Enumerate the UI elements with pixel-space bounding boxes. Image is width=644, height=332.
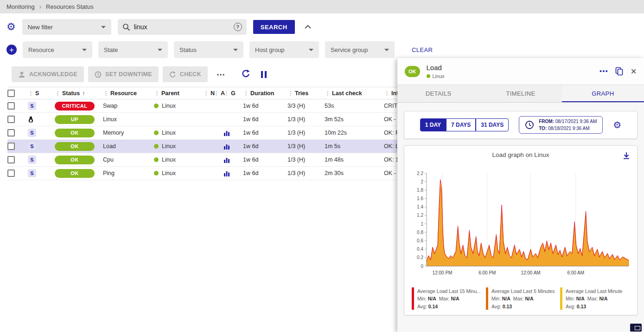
breadcrumb-resources-status[interactable]: Resources Status	[46, 3, 94, 10]
graph-legend: Average Load Last 15 Minu... Min: N/A Ma…	[407, 286, 634, 311]
parent-name[interactable]: Linux	[162, 130, 176, 136]
collapse-filters-chevron-icon[interactable]	[304, 25, 312, 29]
load-graph[interactable]: 12:00 PM6:00 PM12:00 AM6:00 AM00.20.40.6…	[407, 167, 633, 284]
clear-filters-link[interactable]: CLEAR	[412, 46, 433, 53]
acknowledge-button[interactable]: ACKNOWLEDGE	[12, 66, 84, 82]
svg-text:1.4: 1.4	[417, 204, 423, 209]
host-group-filter-label: Host group	[255, 46, 285, 53]
column-drag-icon[interactable]: ⋮	[213, 90, 219, 97]
parent-name[interactable]: Linux	[162, 103, 176, 109]
sort-ascending-icon[interactable]: ↑	[82, 90, 85, 97]
status-badge: OK	[55, 142, 95, 151]
check-label: CHECK	[180, 71, 201, 78]
row-checkbox[interactable]	[7, 156, 15, 163]
search-button[interactable]: SEARCH	[253, 20, 295, 34]
resource-name[interactable]: Load	[103, 143, 154, 150]
column-drag-icon[interactable]: ⋮	[103, 90, 109, 97]
resource-name[interactable]: Linux	[103, 116, 154, 123]
column-header-tries[interactable]: Tries	[295, 90, 308, 97]
tab-details[interactable]: DETAILS	[397, 85, 479, 102]
tab-timeline[interactable]: TIMELINE	[479, 85, 561, 102]
legend-item[interactable]: Average Load Last Minute Min: N/A Max: N…	[560, 287, 630, 310]
column-header-status[interactable]: Status	[62, 90, 80, 97]
column-drag-icon[interactable]: ⋮	[287, 90, 293, 97]
select-all-checkbox[interactable]	[7, 90, 15, 97]
column-header-parent[interactable]: Parent	[161, 90, 179, 97]
panel-more-icon[interactable]: ⋯	[599, 66, 608, 77]
fullscreen-toggle-icon[interactable]	[630, 324, 642, 332]
refresh-button[interactable]	[242, 69, 250, 79]
state-filter-select[interactable]: State	[98, 41, 168, 58]
host-group-filter-select[interactable]: Host group	[249, 41, 319, 58]
service-icon: S	[28, 102, 36, 110]
parent-status-dot	[154, 157, 159, 162]
period-7-days-button[interactable]: 7 DAYS	[446, 118, 476, 131]
parent-name[interactable]: Linux	[162, 156, 176, 163]
legend-item[interactable]: Average Load Last 5 Minutes Min: N/A Max…	[486, 287, 555, 310]
parent-name[interactable]: Linux	[162, 143, 176, 150]
period-1-day-button[interactable]: 1 DAY	[420, 118, 446, 131]
last-check-cell: 3m 52s	[325, 116, 384, 123]
set-downtime-button[interactable]: SET DOWNTIME	[88, 66, 159, 82]
svg-text:0.2: 0.2	[417, 255, 423, 260]
tab-graph[interactable]: GRAPH	[562, 85, 644, 102]
breadcrumb-monitoring[interactable]: Monitoring	[6, 3, 35, 10]
graph-chart-icon[interactable]	[223, 157, 230, 163]
service-group-filter-select[interactable]: Service group	[325, 41, 395, 58]
saved-filter-select[interactable]: New filter	[22, 19, 111, 35]
check-button[interactable]: CHECK	[163, 66, 208, 82]
period-31-days-button[interactable]: 31 DAYS	[476, 118, 509, 131]
panel-status-badge: OK	[405, 66, 420, 77]
graph-settings-gear-icon[interactable]: ⚙	[613, 119, 621, 130]
column-drag-icon[interactable]: ⋮	[384, 90, 390, 97]
column-drag-icon[interactable]: ⋮	[55, 90, 61, 97]
legend-item[interactable]: Average Load Last 15 Minu... Min: N/A Ma…	[412, 287, 481, 310]
resource-name[interactable]: Cpu	[103, 156, 154, 163]
saved-filter-value: New filter	[28, 24, 53, 31]
column-drag-icon[interactable]: ⋮	[28, 90, 34, 97]
more-actions-button[interactable]: ⋯	[212, 69, 231, 80]
resource-name[interactable]: Swap	[103, 103, 154, 109]
status-filter-select[interactable]: Status	[174, 41, 243, 58]
graph-chart-icon[interactable]	[223, 170, 230, 176]
filter-settings-gear-icon[interactable]: ⚙	[6, 22, 16, 32]
legend-series-name: Average Load Last 15 Minu...	[417, 287, 481, 295]
graph-chart-icon[interactable]	[223, 143, 230, 150]
copy-link-icon[interactable]	[615, 67, 623, 76]
column-drag-icon[interactable]: ⋮	[154, 90, 160, 97]
custom-time-range-button[interactable]: FROM: 08/17/2021 9:36 AM TO: 08/18/2021 …	[519, 116, 603, 134]
export-download-icon[interactable]	[622, 151, 631, 160]
column-drag-icon[interactable]: ⋮	[203, 90, 209, 97]
resource-filter-select[interactable]: Resource	[23, 41, 92, 58]
close-panel-icon[interactable]: ×	[631, 66, 637, 77]
column-header-last-check[interactable]: Last check	[332, 90, 362, 97]
svg-text:0.6: 0.6	[417, 238, 423, 243]
parent-name[interactable]: Linux	[162, 170, 176, 176]
panel-parent-name[interactable]: Linux	[433, 73, 445, 79]
column-drag-icon[interactable]: ⋮	[223, 90, 230, 97]
row-checkbox[interactable]	[7, 129, 15, 137]
row-checkbox[interactable]	[7, 169, 15, 177]
column-header-graph[interactable]: G	[231, 90, 236, 97]
row-checkbox[interactable]	[7, 116, 15, 123]
add-filter-criteria-icon[interactable]: +	[6, 45, 17, 55]
pause-auto-refresh-button[interactable]	[261, 71, 267, 78]
column-header-resource[interactable]: Resource	[110, 90, 137, 97]
status-filter-label: Status	[179, 46, 197, 53]
row-checkbox[interactable]	[7, 102, 15, 110]
from-value: 08/17/2021 9:36 AM	[555, 119, 597, 124]
graph-chart-icon[interactable]	[223, 130, 230, 136]
search-box[interactable]: ?	[118, 19, 247, 35]
resource-name[interactable]: Ping	[103, 170, 154, 176]
person-icon	[18, 71, 26, 78]
search-input[interactable]	[134, 23, 230, 31]
row-checkbox[interactable]	[7, 143, 15, 150]
parent-status-dot	[154, 144, 159, 149]
resource-name[interactable]: Memory	[103, 130, 154, 136]
column-header-duration[interactable]: Duration	[250, 90, 274, 97]
search-help-icon[interactable]: ?	[234, 23, 242, 31]
column-header-type[interactable]: S	[35, 90, 39, 97]
legend-color-bar	[560, 287, 562, 310]
column-drag-icon[interactable]: ⋮	[243, 90, 249, 97]
column-drag-icon[interactable]: ⋮	[325, 90, 331, 97]
